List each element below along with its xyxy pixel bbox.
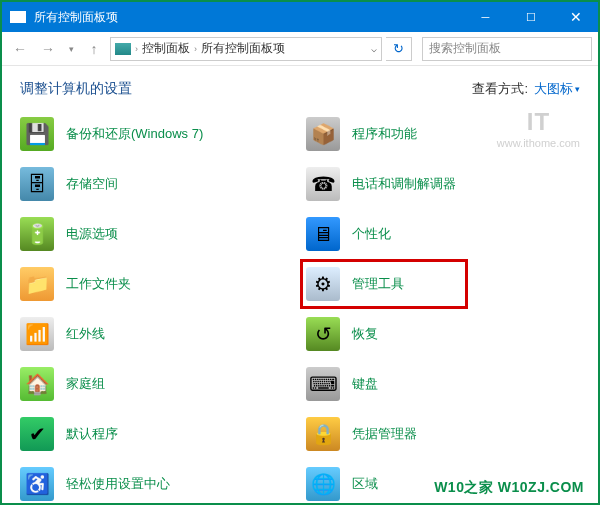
view-bar: 调整计算机的设置 查看方式: 大图标 ▾ [20, 80, 580, 98]
address-dropdown-icon[interactable]: ⌵ [371, 43, 377, 54]
view-dropdown-icon[interactable]: ▾ [575, 84, 580, 94]
close-button[interactable]: ✕ [553, 2, 598, 32]
breadcrumb-separator-icon: › [194, 44, 197, 54]
window-title: 所有控制面板项 [34, 9, 118, 26]
titlebar: 所有控制面板项 ─ ☐ ✕ [2, 2, 598, 32]
item-homegroup[interactable]: 🏠 家庭组 [20, 366, 294, 402]
item-label: 默认程序 [66, 425, 118, 443]
item-label: 程序和功能 [352, 125, 417, 143]
item-label: 红外线 [66, 325, 105, 343]
phone-icon: ☎ [306, 167, 340, 201]
item-infrared[interactable]: 📶 红外线 [20, 316, 294, 352]
items-grid: 💾 备份和还原(Windows 7) 📦 程序和功能 🗄 存储空间 ☎ 电话和调… [20, 116, 580, 502]
content-area: 调整计算机的设置 查看方式: 大图标 ▾ 💾 备份和还原(Windows 7) … [2, 66, 598, 504]
item-backup[interactable]: 💾 备份和还原(Windows 7) [20, 116, 294, 152]
item-personalization[interactable]: 🖥 个性化 [306, 216, 580, 252]
item-label: 备份和还原(Windows 7) [66, 125, 203, 143]
item-label: 存储空间 [66, 175, 118, 193]
infrared-icon: 📶 [20, 317, 54, 351]
workfolders-icon: 📁 [20, 267, 54, 301]
item-label: 区域 [352, 475, 378, 493]
item-label: 电源选项 [66, 225, 118, 243]
forward-button[interactable]: → [36, 37, 60, 61]
breadcrumb-level2[interactable]: 所有控制面板项 [201, 40, 285, 57]
item-label: 凭据管理器 [352, 425, 417, 443]
view-label: 查看方式: [472, 80, 528, 98]
maximize-button[interactable]: ☐ [508, 2, 553, 32]
item-label: 恢复 [352, 325, 378, 343]
search-placeholder: 搜索控制面板 [429, 40, 501, 57]
item-label: 电话和调制解调器 [352, 175, 456, 193]
keyboard-icon: ⌨ [306, 367, 340, 401]
item-label: 个性化 [352, 225, 391, 243]
programs-icon: 📦 [306, 117, 340, 151]
item-label: 家庭组 [66, 375, 105, 393]
personalization-icon: 🖥 [306, 217, 340, 251]
item-workfolders[interactable]: 📁 工作文件夹 [20, 266, 294, 302]
item-phone[interactable]: ☎ 电话和调制解调器 [306, 166, 580, 202]
item-keyboard[interactable]: ⌨ 键盘 [306, 366, 580, 402]
refresh-button[interactable]: ↻ [386, 37, 412, 61]
power-icon: 🔋 [20, 217, 54, 251]
control-panel-path-icon [115, 43, 131, 55]
control-panel-icon [10, 11, 26, 23]
storage-icon: 🗄 [20, 167, 54, 201]
back-button[interactable]: ← [8, 37, 32, 61]
item-label: 键盘 [352, 375, 378, 393]
footer-brand: W10之家 W10ZJ.COM [434, 479, 584, 497]
default-programs-icon: ✔ [20, 417, 54, 451]
item-label: 管理工具 [352, 275, 404, 293]
breadcrumb-separator-icon: › [135, 44, 138, 54]
item-power[interactable]: 🔋 电源选项 [20, 216, 294, 252]
credentials-icon: 🔒 [306, 417, 340, 451]
minimize-button[interactable]: ─ [463, 2, 508, 32]
search-input[interactable]: 搜索控制面板 [422, 37, 592, 61]
item-storage[interactable]: 🗄 存储空间 [20, 166, 294, 202]
breadcrumb-level1[interactable]: 控制面板 [142, 40, 190, 57]
toolbar: ← → ▾ ↑ › 控制面板 › 所有控制面板项 ⌵ ↻ 搜索控制面板 [2, 32, 598, 66]
item-ease[interactable]: ♿ 轻松使用设置中心 [20, 466, 294, 502]
address-bar[interactable]: › 控制面板 › 所有控制面板项 ⌵ [110, 37, 382, 61]
item-default[interactable]: ✔ 默认程序 [20, 416, 294, 452]
item-label: 轻松使用设置中心 [66, 475, 170, 493]
history-dropdown[interactable]: ▾ [64, 37, 78, 61]
page-heading: 调整计算机的设置 [20, 80, 132, 98]
item-label: 工作文件夹 [66, 275, 131, 293]
backup-icon: 💾 [20, 117, 54, 151]
homegroup-icon: 🏠 [20, 367, 54, 401]
item-admin[interactable]: ⚙ 管理工具 [306, 266, 580, 302]
view-mode-link[interactable]: 大图标 [534, 80, 573, 98]
item-recovery[interactable]: ↺ 恢复 [306, 316, 580, 352]
item-credentials[interactable]: 🔒 凭据管理器 [306, 416, 580, 452]
admin-tools-icon: ⚙ [306, 267, 340, 301]
up-button[interactable]: ↑ [82, 37, 106, 61]
region-icon: 🌐 [306, 467, 340, 501]
item-programs[interactable]: 📦 程序和功能 [306, 116, 580, 152]
recovery-icon: ↺ [306, 317, 340, 351]
ease-of-access-icon: ♿ [20, 467, 54, 501]
